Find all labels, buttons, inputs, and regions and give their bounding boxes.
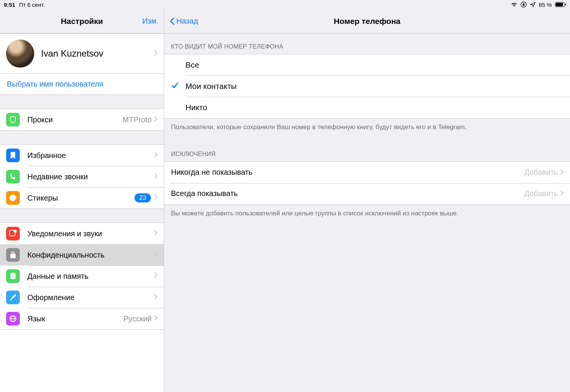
app-badge-icon	[6, 227, 20, 240]
option-nobody[interactable]: Никто	[164, 97, 570, 118]
status-date: Пт 6 сент.	[19, 2, 45, 8]
battery-percent: 85 %	[539, 2, 552, 8]
chevron-right-icon	[154, 152, 158, 159]
profile-name: Ivan Kuznetsov	[41, 48, 103, 59]
status-bar: 9:51 Пт 6 сент. 85 %	[0, 0, 570, 9]
language-value: Русский	[124, 315, 152, 323]
data-label: Данные и память	[27, 272, 154, 281]
svg-point-6	[10, 273, 16, 275]
choose-username-button[interactable]: Выбрать имя пользователя	[0, 73, 164, 95]
phone-icon	[6, 170, 20, 183]
back-button[interactable]: Назад	[164, 17, 203, 25]
chevron-right-icon	[154, 194, 158, 202]
profile-row[interactable]: Ivan Kuznetsov	[0, 34, 164, 73]
settings-nav: Настройки Изм.	[0, 9, 164, 33]
detail-pane: Назад Номер телефона КТО ВИДИТ МОЙ НОМЕР…	[164, 9, 570, 392]
chevron-right-icon	[154, 272, 158, 280]
svg-point-5	[14, 230, 17, 233]
option-everybody[interactable]: Все	[164, 54, 570, 76]
recent-calls-row[interactable]: Недавние звонки	[0, 166, 164, 187]
chevron-right-icon	[154, 315, 158, 322]
chevron-right-icon	[154, 251, 158, 259]
who-sees-footer: Пользователи, которые сохранили Ваш номе…	[164, 119, 570, 136]
privacy-label: Конфиденциальность	[27, 251, 154, 259]
recent-calls-label: Недавние звонки	[27, 172, 154, 181]
language-row[interactable]: Язык Русский	[0, 308, 164, 329]
chevron-right-icon	[154, 50, 158, 57]
appearance-label: Оформление	[27, 293, 154, 302]
status-time: 9:51	[4, 2, 15, 8]
exceptions-header: ИСКЛЮЧЕНИЯ	[164, 136, 570, 161]
chevron-right-icon	[154, 116, 158, 123]
brush-icon	[6, 291, 20, 304]
language-label: Язык	[27, 315, 124, 323]
bookmark-icon	[6, 149, 20, 162]
checkmark-icon	[171, 82, 179, 90]
notifications-label: Уведомления и звуки	[27, 229, 154, 238]
data-storage-row[interactable]: Данные и память	[0, 266, 164, 287]
appearance-row[interactable]: Оформление	[0, 287, 164, 308]
location-icon	[530, 2, 536, 8]
chevron-right-icon	[154, 230, 158, 237]
detail-title: Номер телефона	[164, 17, 570, 26]
database-icon	[6, 269, 20, 283]
sticker-icon	[6, 191, 20, 205]
svg-rect-2	[565, 4, 566, 6]
favorites-row[interactable]: Избранное	[0, 145, 164, 166]
privacy-row[interactable]: Конфиденциальность	[0, 244, 164, 266]
detail-nav: Назад Номер телефона	[164, 9, 570, 33]
chevron-right-icon	[154, 294, 158, 301]
chevron-right-icon	[560, 190, 564, 198]
battery-icon	[555, 2, 566, 7]
stickers-label: Стикеры	[27, 194, 135, 202]
proxy-value: MTProto	[122, 115, 152, 124]
stickers-row[interactable]: Стикеры 23	[0, 187, 164, 209]
favorites-label: Избранное	[27, 151, 154, 160]
exceptions-footer: Вы можете добавить пользователей или цел…	[164, 205, 570, 222]
never-share-row[interactable]: Никогда не показывать Добавить	[164, 162, 570, 183]
lock-icon	[6, 248, 20, 262]
orientation-lock-icon	[521, 2, 527, 8]
notifications-row[interactable]: Уведомления и звуки	[0, 223, 164, 244]
svg-rect-3	[556, 3, 563, 6]
stickers-badge: 23	[135, 193, 151, 202]
chevron-right-icon	[560, 169, 564, 176]
option-my-contacts[interactable]: Мои контакты	[164, 76, 570, 97]
shield-icon	[6, 113, 20, 126]
proxy-label: Прокси	[27, 115, 122, 124]
settings-pane: Настройки Изм. Ivan Kuznetsov Выбрать им…	[0, 9, 164, 392]
globe-icon	[6, 312, 20, 326]
always-share-row[interactable]: Всегда показывать Добавить	[164, 183, 570, 204]
proxy-row[interactable]: Прокси MTProto	[0, 109, 164, 130]
avatar	[6, 40, 34, 68]
who-sees-header: КТО ВИДИТ МОЙ НОМЕР ТЕЛЕФОНА	[164, 33, 570, 54]
edit-button[interactable]: Изм.	[137, 17, 164, 25]
chevron-right-icon	[154, 173, 158, 180]
wifi-icon	[511, 2, 518, 7]
